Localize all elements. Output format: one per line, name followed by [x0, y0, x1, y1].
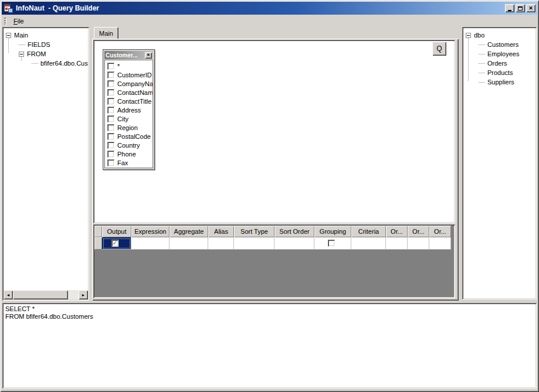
tree-item-from[interactable]: FROM [4, 49, 88, 59]
expression-cell[interactable] [131, 237, 170, 250]
field-row-region[interactable]: Region [105, 123, 152, 132]
alias-cell[interactable] [208, 237, 234, 250]
menu-bar: File [2, 15, 537, 27]
field-row-city[interactable]: City [105, 114, 152, 123]
scroll-left-icon[interactable]: ◄ [4, 290, 13, 299]
scrollbar-thumb[interactable] [13, 290, 68, 299]
tree-item-fields[interactable]: FIELDS [4, 40, 88, 49]
query-button[interactable]: Q [432, 42, 446, 56]
sort-order-cell[interactable] [274, 237, 314, 250]
field-row-country[interactable]: Country [105, 141, 152, 149]
field-window-titlebar[interactable]: Customer... ✕ [104, 51, 153, 59]
field-checkbox[interactable] [107, 63, 114, 70]
minimize-button[interactable] [505, 4, 514, 12]
tree-connector [32, 63, 38, 64]
field-checkbox[interactable] [107, 133, 114, 140]
field-checkbox[interactable] [107, 89, 114, 96]
column-header-criteria[interactable]: Criteria [351, 226, 386, 237]
field-row-address[interactable]: Address [105, 105, 152, 114]
field-list: * CustomerID CompanyName ContactName [104, 60, 153, 168]
horizontal-scrollbar[interactable]: ◄ ► [4, 290, 88, 299]
or-cell-2[interactable] [408, 237, 429, 250]
scroll-right-icon[interactable]: ► [79, 290, 88, 299]
sql-line: FROM bfifer64.dbo.Customers [5, 313, 534, 321]
row-header-cell[interactable] [94, 237, 102, 250]
grouping-cell[interactable] [314, 237, 351, 250]
aggregate-cell[interactable] [170, 237, 208, 250]
window-title: InfoNaut - Query Builder [16, 4, 505, 12]
sql-text-area[interactable]: SELECT * FROM bfifer64.dbo.Customers [2, 303, 537, 388]
tree-item-customers[interactable]: Customers [463, 40, 535, 49]
grouping-checkbox[interactable] [328, 240, 335, 247]
field-checkbox[interactable] [107, 80, 114, 87]
menu-grip-handle[interactable] [4, 18, 6, 25]
field-checkbox[interactable] [107, 159, 114, 166]
tree-item-orders[interactable]: Orders [463, 59, 535, 68]
column-header-sort-type[interactable]: Sort Type [234, 226, 274, 237]
tree-item-products[interactable]: Products [463, 68, 535, 77]
column-header-or-2[interactable]: Or... [408, 226, 429, 237]
field-row-star[interactable]: * [105, 62, 152, 70]
output-cell[interactable]: ✓ [102, 237, 131, 250]
field-checkbox[interactable] [107, 151, 114, 158]
tree-connector [479, 82, 485, 83]
sort-type-cell[interactable] [234, 237, 274, 250]
field-checkbox[interactable] [107, 142, 114, 149]
tab-main[interactable]: Main [94, 27, 118, 39]
field-row-postalcode[interactable]: PostalCode [105, 132, 152, 141]
query-tree-panel: Main FIELDS FROM bfifer64.dbo.Customers … [2, 27, 89, 301]
collapse-icon[interactable] [19, 52, 24, 57]
tree-item-dbo[interactable]: dbo [463, 30, 535, 40]
field-checkbox[interactable] [107, 71, 114, 79]
field-row-contacttitle[interactable]: ContactTitle [105, 97, 152, 105]
menu-item-file[interactable]: File [10, 16, 28, 26]
tree-connector [479, 63, 485, 64]
field-checkbox[interactable] [107, 98, 114, 105]
field-row-contactname[interactable]: ContactName [105, 88, 152, 97]
output-checkbox[interactable]: ✓ [111, 240, 118, 247]
field-checkbox[interactable] [107, 115, 114, 122]
app-icon [4, 4, 13, 13]
tree-item-employees[interactable]: Employees [463, 49, 535, 59]
criteria-cell[interactable] [351, 237, 386, 250]
column-header-aggregate[interactable]: Aggregate [170, 226, 208, 237]
collapse-icon[interactable] [6, 33, 11, 38]
field-checkbox[interactable] [107, 124, 114, 131]
field-window-title: Customer... [106, 52, 137, 59]
check-icon: ✓ [113, 240, 117, 246]
tree-item-main[interactable]: Main [4, 30, 88, 40]
tree-connector [19, 45, 25, 45]
column-header-output[interactable]: Output [102, 226, 131, 237]
field-row-customerid[interactable]: CustomerID [105, 70, 152, 79]
column-header-expression[interactable]: Expression [131, 226, 170, 237]
application-window: InfoNaut - Query Builder ✕ File Main FIE… [0, 0, 539, 392]
column-header-or-3[interactable]: Or... [429, 226, 451, 237]
tree-connector [479, 73, 485, 73]
column-header-grouping[interactable]: Grouping [314, 226, 351, 237]
tree-connector-line [468, 36, 469, 81]
tree-item-table[interactable]: bfifer64.dbo.Customers [4, 59, 88, 68]
title-bar[interactable]: InfoNaut - Query Builder ✕ [2, 2, 537, 15]
close-button[interactable]: ✕ [526, 4, 535, 12]
field-row-fax[interactable]: Fax [105, 158, 152, 167]
maximize-button[interactable] [516, 4, 525, 12]
close-icon[interactable]: ✕ [145, 52, 152, 59]
grid-data-row: ✓ [94, 237, 454, 250]
scrollbar-track[interactable] [68, 290, 79, 299]
column-header-alias[interactable]: Alias [208, 226, 234, 237]
table-field-window[interactable]: Customer... ✕ * CustomerID CompanyName [103, 49, 155, 170]
or-cell-3[interactable] [429, 237, 451, 250]
field-row-companyname[interactable]: CompanyName [105, 79, 152, 88]
grid-corner-cell[interactable] [94, 226, 102, 237]
field-checkbox[interactable] [107, 107, 114, 114]
column-header-sort-order[interactable]: Sort Order [274, 226, 314, 237]
column-header-or-1[interactable]: Or... [386, 226, 408, 237]
tree-item-suppliers[interactable]: Suppliers [463, 77, 535, 87]
query-designer-page: Q Customer... ✕ * CustomerID [92, 39, 459, 301]
field-row-phone[interactable]: Phone [105, 149, 152, 158]
tree-connector [479, 54, 485, 54]
collapse-icon[interactable] [466, 33, 471, 38]
design-surface: Q Customer... ✕ * CustomerID [93, 40, 455, 223]
schema-tree: dbo Customers Employees Orders Products … [463, 28, 535, 298]
or-cell-1[interactable] [386, 237, 408, 250]
